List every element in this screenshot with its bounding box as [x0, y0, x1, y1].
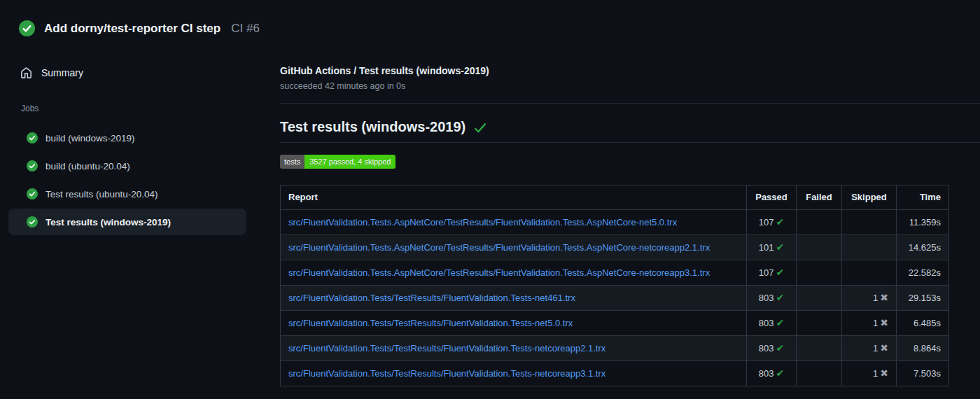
skipped-x-icon: ✖	[880, 317, 888, 328]
job-label: Test results (windows-2019)	[46, 217, 171, 227]
time-cell: 14.625s	[897, 235, 949, 260]
workflow-run-page: { "run_header": { "title": "Add dorny/te…	[0, 0, 980, 399]
skipped-cell	[842, 210, 897, 235]
sidebar: Summary Jobs build (windows-2019) build …	[0, 65, 280, 386]
main-content: GitHub Actions / Test results (windows-2…	[280, 65, 980, 386]
skipped-x-icon: ✖	[880, 368, 888, 379]
divider	[280, 103, 980, 104]
passed-check-icon: ✔	[776, 317, 784, 328]
time-cell: 8.864s	[897, 336, 949, 361]
passed-cell: 107✔	[747, 210, 797, 235]
failed-cell	[797, 311, 842, 336]
failed-cell	[797, 260, 842, 286]
check-run-title: GitHub Actions / Test results (windows-2…	[280, 65, 980, 76]
skipped-x-icon: ✖	[880, 342, 888, 354]
check-run-status: succeeded 42 minutes ago in 0s	[280, 81, 980, 91]
section-heading-text: Test results (windows-2019)	[280, 119, 465, 135]
failed-cell	[797, 361, 842, 386]
column-header-report: Report	[281, 186, 747, 210]
table-row: src/FluentValidation.Tests.AspNetCore/Te…	[281, 235, 949, 260]
report-link[interactable]: src/FluentValidation.Tests.AspNetCore/Te…	[288, 217, 677, 227]
report-link[interactable]: src/FluentValidation.Tests/TestResults/F…	[288, 318, 573, 328]
skipped-x-icon: ✖	[880, 292, 888, 303]
column-header-time: Time	[897, 186, 949, 210]
skipped-cell: 1✖	[842, 361, 897, 386]
table-row: src/FluentValidation.Tests.AspNetCore/Te…	[281, 260, 949, 286]
failed-cell	[797, 235, 842, 260]
section-heading: Test results (windows-2019)	[280, 119, 980, 135]
passed-check-icon: ✔	[776, 267, 784, 278]
summary-label: Summary	[41, 67, 83, 78]
failed-cell	[797, 210, 842, 235]
time-cell: 29.153s	[897, 286, 949, 311]
sidebar-item-summary[interactable]: Summary	[20, 65, 280, 80]
table-row: src/FluentValidation.Tests.AspNetCore/Te…	[281, 210, 949, 235]
skipped-cell: 1✖	[842, 311, 897, 336]
passed-check-icon: ✔	[776, 292, 784, 303]
success-check-circle-icon	[27, 216, 38, 227]
passed-check-icon: ✔	[776, 342, 784, 354]
failed-cell	[797, 336, 842, 361]
passed-cell: 803✔	[747, 311, 797, 336]
job-label: build (windows-2019)	[46, 133, 135, 144]
run-title: Add dorny/test-reporter CI step	[44, 22, 220, 36]
page-layout: Summary Jobs build (windows-2019) build …	[0, 65, 980, 386]
success-check-circle-icon	[19, 20, 35, 36]
time-cell: 6.485s	[897, 311, 949, 336]
passed-cell: 803✔	[747, 361, 797, 386]
passed-check-icon: ✔	[776, 216, 784, 227]
table-header-row: Report Passed Failed Skipped Time	[281, 186, 949, 210]
failed-cell	[797, 286, 842, 311]
report-link[interactable]: src/FluentValidation.Tests.AspNetCore/Te…	[288, 267, 710, 278]
badge-label: tests	[280, 155, 304, 169]
success-check-icon	[473, 121, 487, 135]
tests-badge: tests 3527 passed, 4 skipped	[280, 155, 396, 169]
run-header: Add dorny/test-reporter CI step CI #6	[0, 0, 980, 36]
skipped-cell: 1✖	[842, 286, 897, 311]
column-header-skipped: Skipped	[842, 186, 897, 210]
table-row: src/FluentValidation.Tests/TestResults/F…	[281, 286, 949, 311]
report-link[interactable]: src/FluentValidation.Tests/TestResults/F…	[288, 368, 606, 379]
time-cell: 7.503s	[897, 361, 949, 386]
sidebar-job-item[interactable]: Test results (windows-2019)	[8, 209, 246, 235]
passed-cell: 101✔	[747, 235, 797, 260]
skipped-cell	[842, 235, 897, 260]
report-link[interactable]: src/FluentValidation.Tests/TestResults/F…	[288, 293, 575, 303]
skipped-cell: 1✖	[842, 336, 897, 361]
skipped-cell	[842, 260, 897, 286]
home-icon	[20, 67, 32, 79]
time-cell: 11.359s	[897, 210, 949, 235]
table-row: src/FluentValidation.Tests/TestResults/F…	[281, 361, 949, 386]
passed-cell: 803✔	[747, 286, 797, 311]
passed-cell: 107✔	[747, 260, 797, 286]
success-check-circle-icon	[27, 188, 38, 200]
job-list: build (windows-2019) build (ubuntu-20.04…	[0, 125, 280, 235]
time-cell: 22.582s	[897, 260, 949, 286]
passed-check-icon: ✔	[776, 368, 784, 379]
sidebar-job-item[interactable]: build (ubuntu-20.04)	[8, 153, 246, 179]
passed-cell: 803✔	[747, 336, 797, 361]
passed-check-icon: ✔	[776, 241, 784, 253]
column-header-passed: Passed	[747, 186, 797, 210]
column-header-failed: Failed	[797, 186, 842, 210]
jobs-section-label: Jobs	[21, 104, 280, 113]
job-label: Test results (ubuntu-20.04)	[46, 189, 158, 200]
report-link[interactable]: src/FluentValidation.Tests.AspNetCore/Te…	[288, 242, 710, 253]
run-number: CI #6	[231, 22, 260, 36]
divider	[280, 142, 980, 143]
success-check-circle-icon	[27, 160, 38, 172]
table-row: src/FluentValidation.Tests/TestResults/F…	[281, 311, 949, 336]
table-row: src/FluentValidation.Tests/TestResults/F…	[281, 336, 949, 361]
success-check-circle-icon	[27, 132, 38, 144]
sidebar-job-item[interactable]: build (windows-2019)	[8, 125, 246, 151]
job-label: build (ubuntu-20.04)	[46, 161, 130, 172]
test-results-table: Report Passed Failed Skipped Time src/Fl…	[280, 185, 949, 386]
sidebar-job-item[interactable]: Test results (ubuntu-20.04)	[8, 181, 246, 207]
badge-value: 3527 passed, 4 skipped	[304, 155, 396, 169]
report-link[interactable]: src/FluentValidation.Tests/TestResults/F…	[288, 343, 606, 354]
